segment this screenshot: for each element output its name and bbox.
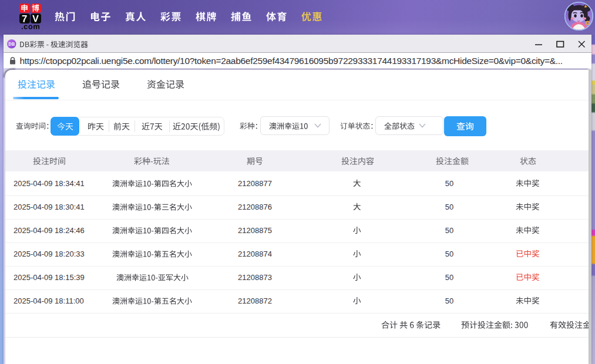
- svg-text:DB: DB: [8, 42, 15, 47]
